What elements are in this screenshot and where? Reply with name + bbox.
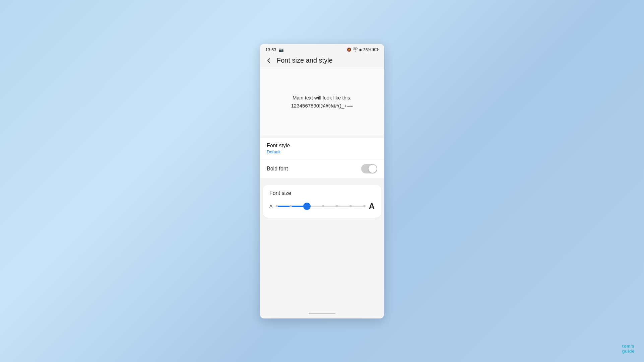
- bold-font-toggle[interactable]: [361, 164, 377, 173]
- back-button[interactable]: [264, 56, 273, 65]
- time-display: 13:53: [265, 47, 276, 52]
- status-bar-right: 🔕 ◉ 35%: [347, 48, 379, 52]
- phone-screen: 13:53 📷 🔕 ◉ 35%: [260, 44, 384, 318]
- preview-line1: Main text will look like this.: [291, 94, 353, 102]
- slider-dot-2: [289, 205, 292, 207]
- bold-font-label: Bold font: [267, 166, 288, 172]
- battery-percent: 35%: [363, 48, 371, 52]
- svg-rect-1: [373, 49, 375, 51]
- slider-dot-active: [303, 203, 311, 210]
- camera-icon: 📷: [279, 48, 284, 52]
- slider-dot-7: [363, 205, 366, 207]
- toms-guide-watermark: tom's guide: [622, 344, 635, 354]
- svg-rect-2: [378, 49, 379, 50]
- slider-track[interactable]: [276, 206, 365, 207]
- signal-icon: ◉: [359, 48, 362, 52]
- slider-dot-4: [322, 205, 324, 207]
- toms-guide-line2: guide: [622, 349, 635, 354]
- slider-dot-1: [276, 205, 278, 207]
- page-title: Font size and style: [277, 57, 333, 64]
- status-bar-left: 13:53 📷: [265, 47, 284, 52]
- battery-icon: [373, 48, 379, 52]
- font-size-label: Font size: [269, 190, 375, 196]
- preview-text: Main text will look like this. 123456789…: [291, 94, 353, 110]
- font-size-large-a: A: [369, 202, 375, 211]
- toms-guide-line1: tom's: [622, 344, 635, 349]
- font-style-value: Default: [267, 149, 377, 154]
- font-size-card: Font size A A: [263, 185, 381, 218]
- handle-bar: [309, 313, 335, 314]
- font-style-item[interactable]: Font style Default: [260, 138, 384, 159]
- mute-icon: 🔕: [347, 48, 351, 52]
- spacer: [260, 178, 384, 182]
- slider-dot-5: [336, 205, 338, 207]
- wifi-icon: [353, 48, 358, 52]
- preview-card: Main text will look like this. 123456789…: [260, 68, 384, 135]
- slider-dots: [276, 203, 365, 210]
- font-size-slider-row: A A: [269, 202, 375, 211]
- bold-font-row: Bold font: [260, 159, 384, 178]
- status-bar: 13:53 📷 🔕 ◉ 35%: [260, 44, 384, 55]
- font-style-label: Font style: [267, 143, 377, 149]
- font-size-small-a: A: [269, 204, 272, 209]
- bottom-handle: [260, 308, 384, 318]
- preview-line2: 1234567890!@#%&*()_+–=: [291, 102, 353, 110]
- nav-bar: Font size and style: [260, 55, 384, 68]
- toggle-knob: [369, 165, 377, 173]
- font-style-section: Font style Default: [260, 138, 384, 159]
- slider-dot-6: [349, 205, 352, 207]
